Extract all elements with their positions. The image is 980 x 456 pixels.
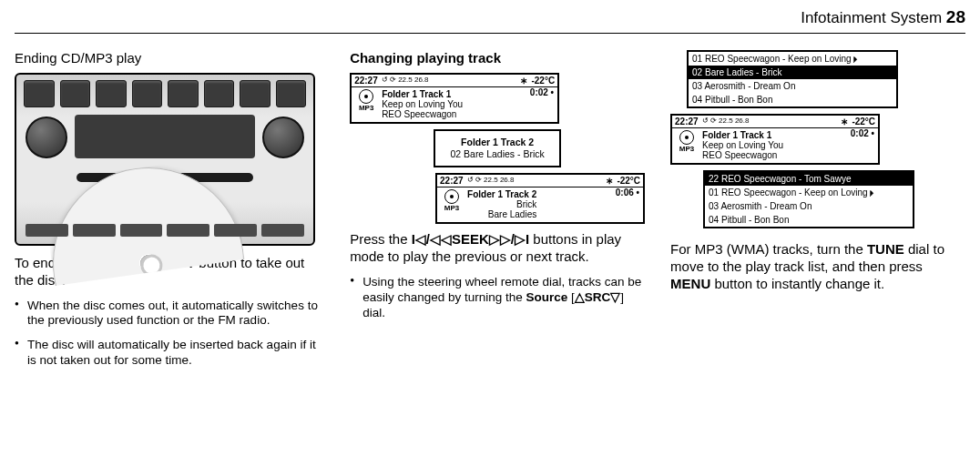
track-list-1: 01 REO Speecwagon - Keep on Loving⏵ 02 B… xyxy=(687,50,898,108)
status-icons: ↺ ⟳ 22.5 26.8 xyxy=(382,76,429,85)
status-icons: ↺ ⟳ 22.5 26.8 xyxy=(702,117,750,126)
mp3-screen-3: 22:27 ↺ ⟳ 22.5 26.8 ∗ -22°C MP3 Folder 1… xyxy=(670,114,880,165)
list-row: 04 Pitbull - Bon Bon xyxy=(705,213,913,227)
menu-label: MENU xyxy=(670,276,710,291)
bt-icon: ∗ xyxy=(606,176,613,186)
mid-figure-stack: 22:27 ↺ ⟳ 22.5 26.8 ∗ -22°C MP3 Folder 1… xyxy=(350,73,645,224)
header-title: Infotainment System xyxy=(801,9,942,26)
list-row: 01 REO Speecwagon - Keep on Loving⏵ xyxy=(705,186,913,199)
temp: -22°C xyxy=(617,176,640,186)
elapsed-time: 0:06 • xyxy=(616,187,639,198)
text: For MP3 (WMA) tracks, turn the xyxy=(670,241,867,257)
track-line: REO Speecwagon xyxy=(382,109,463,119)
col-left: Ending CD/MP3 play To end play, press th… xyxy=(15,50,324,378)
elapsed-time: 0:02 • xyxy=(530,87,554,97)
volume-knob-icon xyxy=(26,117,67,158)
track-line: REO Speecwagon xyxy=(702,150,783,160)
temp: -22°C xyxy=(852,117,875,127)
list-row: 04 Pitbull - Bon Bon xyxy=(689,93,896,106)
track-line: Folder 1 Track 1 xyxy=(702,130,783,140)
track-line: Keep on Loving You xyxy=(382,99,463,109)
mp3-label: MP3 xyxy=(679,146,694,154)
seek-buttons-label: I◁/◁◁SEEK▷▷/▷I xyxy=(412,231,530,247)
track-popup: Folder 1 Track 2 02 Bare Ladies - Brick xyxy=(434,129,560,167)
right-paragraph: For MP3 (WMA) tracks, turn the TUNE dial… xyxy=(670,241,965,292)
mp3-disc-icon: MP3 xyxy=(676,130,698,160)
list-row: 03 Aerosmith - Dream On xyxy=(705,199,913,213)
mp3-disc-icon: MP3 xyxy=(355,89,377,119)
mp3-label: MP3 xyxy=(444,205,459,213)
bt-icon: ∗ xyxy=(520,76,527,86)
src-dial-label: △SRC▽ xyxy=(575,290,621,304)
list-row: 03 Aerosmith - Dream On xyxy=(689,79,896,93)
track-list-2: 22 REO Speecwagon - Tom Sawye 01 REO Spe… xyxy=(703,170,914,228)
list-item: Using the steering wheel remote dial, tr… xyxy=(350,275,645,321)
mp3-screen-1: 22:27 ↺ ⟳ 22.5 26.8 ∗ -22°C MP3 Folder 1… xyxy=(350,73,559,124)
list-item: The disc will automatically be inserted … xyxy=(15,338,324,369)
track-line: Folder 1 Track 1 xyxy=(382,89,463,99)
tune-knob-icon xyxy=(262,117,304,158)
list-item: When the disc comes out, it automaticall… xyxy=(15,299,324,329)
tune-label: TUNE xyxy=(867,241,904,257)
mid-heading: Changing playing track xyxy=(350,50,645,66)
clock: 22:27 xyxy=(354,76,378,86)
mp3-screen-2: 22:27 ↺ ⟳ 22.5 26.8 ∗ -22°C MP3 Folder 1… xyxy=(435,173,645,224)
mid-paragraph: Press the I◁/◁◁SEEK▷▷/▷I buttons in play… xyxy=(350,231,645,266)
mp3-label: MP3 xyxy=(359,105,373,113)
clock: 22:27 xyxy=(675,117,699,127)
left-heading: Ending CD/MP3 play xyxy=(15,50,324,66)
popup-line: Folder 1 Track 2 xyxy=(450,137,544,148)
list-row-selected: 22 REO Speecwagon - Tom Sawye xyxy=(705,172,913,186)
track-line: Folder 1 Track 2 xyxy=(467,189,536,199)
left-bullets: When the disc comes out, it automaticall… xyxy=(15,299,324,370)
text: button to instantly change it. xyxy=(710,276,884,291)
status-icons: ↺ ⟳ 22.5 26.8 xyxy=(467,177,515,185)
track-line: Brick xyxy=(467,199,536,209)
bt-icon: ∗ xyxy=(841,117,848,127)
mp3-disc-icon: MP3 xyxy=(441,189,463,219)
clock: 22:27 xyxy=(440,176,464,186)
popup-line: 02 Bare Ladies - Brick xyxy=(450,148,544,160)
radio-unit-illustration xyxy=(15,73,315,246)
header-rule xyxy=(15,33,965,34)
source-label: Source xyxy=(526,290,568,304)
text: [ xyxy=(567,290,575,304)
list-row: 01 REO Speecwagon - Keep on Loving⏵ xyxy=(689,52,896,66)
col-right: 01 REO Speecwagon - Keep on Loving⏵ 02 B… xyxy=(670,50,965,378)
text: Press the xyxy=(350,231,412,247)
col-mid: Changing playing track 22:27 ↺ ⟳ 22.5 26… xyxy=(350,50,645,378)
right-figure-stack: 01 REO Speecwagon - Keep on Loving⏵ 02 B… xyxy=(670,50,965,228)
track-line: Bare Ladies xyxy=(467,209,536,219)
mid-bullets: Using the steering wheel remote dial, tr… xyxy=(350,275,645,321)
columns: Ending CD/MP3 play To end play, press th… xyxy=(15,50,965,378)
elapsed-time: 0:02 • xyxy=(851,128,874,138)
list-row-selected: 02 Bare Ladies - Brick xyxy=(689,66,896,79)
page-number: 28 xyxy=(946,7,965,26)
page-header: Infotainment System 28 xyxy=(15,7,965,31)
track-line: Keep on Loving You xyxy=(702,140,783,150)
temp: -22°C xyxy=(531,76,555,86)
